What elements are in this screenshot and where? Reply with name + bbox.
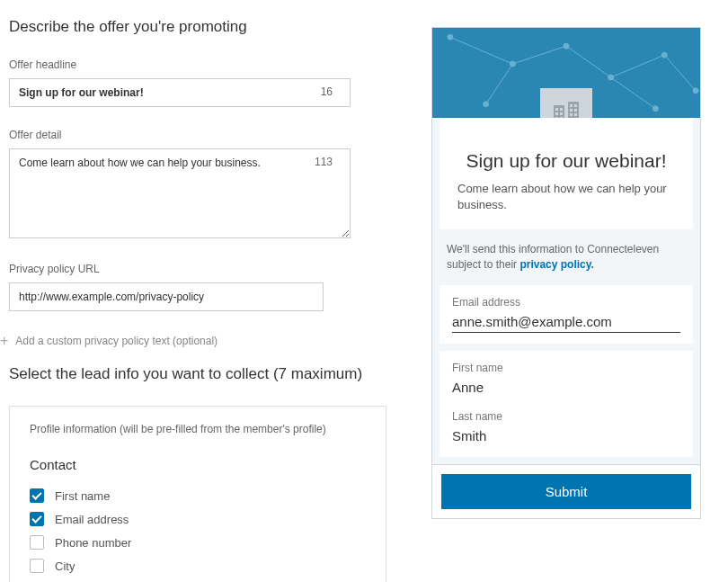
preview-header-banner [432, 28, 700, 118]
checkbox-email[interactable]: Email address [30, 512, 366, 526]
checkbox-icon [30, 559, 44, 573]
checkbox-city[interactable]: City [30, 559, 366, 573]
preview-email-field[interactable]: Email address anne.smith@example.com [439, 285, 693, 344]
detail-char-count: 113 [315, 156, 333, 168]
privacy-policy-link[interactable]: privacy policy. [519, 258, 593, 271]
svg-point-11 [608, 75, 614, 80]
svg-rect-17 [568, 102, 579, 118]
svg-rect-22 [555, 117, 558, 118]
checkbox-first-name[interactable]: First name [30, 488, 366, 503]
describe-heading: Describe the offer you're promoting [9, 18, 386, 36]
preview-email-value: anne.smith@example.com [452, 314, 680, 333]
preview-detail: Come learn about how we can help your bu… [457, 181, 675, 213]
svg-rect-21 [560, 112, 563, 115]
detail-textarea[interactable] [9, 148, 351, 238]
svg-point-13 [484, 102, 489, 107]
preview-email-label: Email address [452, 296, 680, 309]
select-lead-heading: Select the lead info you want to collect… [9, 365, 386, 383]
svg-point-9 [510, 61, 515, 67]
svg-rect-16 [554, 105, 564, 118]
checkbox-icon [30, 488, 44, 503]
checkbox-label: Phone number [55, 536, 131, 550]
checkbox-icon [30, 512, 44, 526]
svg-rect-26 [570, 104, 573, 107]
preview-firstname-value: Anne [452, 380, 680, 398]
checkbox-label: City [55, 560, 75, 573]
company-icon [540, 88, 592, 118]
headline-input[interactable] [9, 78, 351, 107]
plus-icon: + [0, 333, 8, 349]
svg-rect-31 [574, 113, 577, 116]
svg-point-12 [661, 52, 667, 58]
preview-firstname-label: First name [452, 362, 680, 374]
add-custom-privacy-label: Add a custom privacy policy text (option… [15, 335, 218, 347]
profile-info-box: Profile information (will be pre-filled … [9, 406, 386, 582]
svg-point-8 [448, 34, 453, 40]
privacy-url-input[interactable] [9, 282, 324, 311]
svg-rect-27 [574, 104, 577, 107]
svg-point-14 [653, 106, 658, 112]
svg-rect-28 [570, 109, 573, 112]
privacy-url-label: Privacy policy URL [9, 263, 386, 275]
svg-point-15 [693, 88, 698, 94]
preview-lastname-label: Last name [452, 410, 680, 423]
add-custom-privacy-button[interactable]: + Add a custom privacy policy text (opti… [0, 333, 386, 349]
headline-char-count: 16 [321, 85, 333, 98]
preview-privacy-note: We'll send this information to Connectel… [432, 229, 700, 285]
preview-panel: Sign up for our webinar! Come learn abou… [431, 27, 710, 582]
svg-rect-18 [555, 108, 558, 111]
svg-rect-20 [555, 112, 558, 115]
submit-button[interactable]: Submit [441, 474, 691, 509]
profile-hint: Profile information (will be pre-filled … [30, 423, 366, 435]
checkbox-label: First name [55, 489, 110, 503]
preview-card: Sign up for our webinar! Come learn abou… [431, 27, 701, 519]
checkbox-phone[interactable]: Phone number [30, 535, 366, 550]
preview-headline: Sign up for our webinar! [457, 150, 675, 172]
preview-name-fields[interactable]: First name Anne Last name Smith [439, 351, 693, 457]
svg-rect-30 [570, 113, 573, 116]
preview-lastname-value: Smith [452, 428, 680, 446]
svg-rect-29 [574, 109, 577, 112]
headline-label: Offer headline [9, 58, 386, 71]
detail-label: Offer detail [9, 129, 386, 141]
svg-point-10 [564, 43, 569, 49]
svg-rect-23 [560, 117, 563, 118]
preview-headline-box: Sign up for our webinar! Come learn abou… [439, 116, 693, 229]
form-editor-panel: Describe the offer you're promoting Offe… [0, 0, 395, 582]
preview-submit-row: Submit [432, 464, 700, 518]
checkbox-icon [30, 535, 44, 550]
svg-rect-19 [560, 108, 563, 111]
contact-heading: Contact [30, 457, 366, 472]
checkbox-label: Email address [55, 513, 129, 526]
